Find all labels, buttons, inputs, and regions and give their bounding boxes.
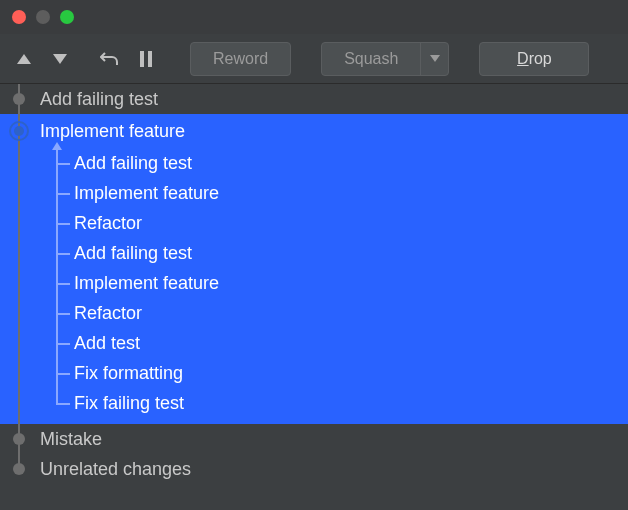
squashed-commit-row[interactable]: Refactor: [74, 298, 628, 328]
window-titlebar: [0, 0, 628, 34]
selected-commit-group[interactable]: Implement feature Add failing test Imple…: [0, 114, 628, 424]
graph-gutter: [0, 424, 40, 454]
squashed-children: Add failing test Implement feature Refac…: [56, 148, 628, 418]
pause-button[interactable]: [132, 45, 160, 73]
branch-line-icon: [56, 146, 58, 404]
window-minimize-button[interactable]: [36, 10, 50, 24]
graph-gutter: [0, 114, 40, 148]
svg-rect-2: [140, 51, 144, 67]
commit-label: Mistake: [40, 429, 102, 450]
commit-row[interactable]: Mistake: [0, 424, 628, 454]
commit-label: Fix formatting: [74, 363, 183, 384]
squashed-commit-row[interactable]: Fix failing test: [74, 388, 628, 418]
reword-button-label: Reword: [213, 50, 268, 68]
squashed-commit-row[interactable]: Add failing test: [74, 148, 628, 178]
undo-button[interactable]: [96, 45, 124, 73]
commit-label: Add failing test: [74, 243, 192, 264]
branch-tick-icon: [56, 373, 70, 375]
window-zoom-button[interactable]: [60, 10, 74, 24]
commit-node-icon: [13, 463, 25, 475]
commit-node-icon: [13, 433, 25, 445]
commit-label: Fix failing test: [74, 393, 184, 414]
commit-label: Refactor: [74, 303, 142, 324]
squashed-commit-row[interactable]: Add failing test: [74, 238, 628, 268]
squashed-commit-row[interactable]: Implement feature: [74, 268, 628, 298]
commit-label: Implement feature: [74, 273, 219, 294]
drop-button[interactable]: Drop: [479, 42, 589, 76]
svg-rect-3: [148, 51, 152, 67]
svg-marker-1: [53, 54, 67, 64]
svg-marker-4: [430, 55, 440, 62]
branch-tick-icon: [56, 223, 70, 225]
move-down-button[interactable]: [46, 45, 74, 73]
branch-tick-icon: [56, 193, 70, 195]
window-close-button[interactable]: [12, 10, 26, 24]
rebase-toolbar: Reword Squash Drop: [0, 34, 628, 84]
branch-tick-icon: [56, 313, 70, 315]
graph-gutter: [0, 84, 40, 114]
commit-row[interactable]: Implement feature: [0, 114, 628, 148]
drop-button-label: Drop: [517, 50, 552, 68]
squash-dropdown-arrow[interactable]: [420, 43, 448, 75]
commit-row[interactable]: Unrelated changes: [0, 454, 628, 484]
commit-label: Add failing test: [74, 153, 192, 174]
reword-button[interactable]: Reword: [190, 42, 291, 76]
commit-label: Refactor: [74, 213, 142, 234]
branch-tick-icon: [56, 343, 70, 345]
commit-label: Implement feature: [40, 121, 185, 142]
branch-tick-icon: [56, 163, 70, 165]
squashed-commit-row[interactable]: Implement feature: [74, 178, 628, 208]
squash-button[interactable]: Squash: [321, 42, 449, 76]
squashed-commit-row[interactable]: Add test: [74, 328, 628, 358]
commit-label: Add test: [74, 333, 140, 354]
branch-tick-icon: [56, 403, 70, 405]
squash-target-dot-icon: [14, 126, 24, 136]
commit-node-icon: [13, 93, 25, 105]
move-up-button[interactable]: [10, 45, 38, 73]
squashed-commit-row[interactable]: Refactor: [74, 208, 628, 238]
branch-tick-icon: [56, 283, 70, 285]
branch-tick-icon: [56, 253, 70, 255]
commit-label: Unrelated changes: [40, 459, 191, 480]
commit-label: Implement feature: [74, 183, 219, 204]
commit-label: Add failing test: [40, 89, 158, 110]
svg-marker-0: [17, 54, 31, 64]
commit-row[interactable]: Add failing test: [0, 84, 628, 114]
squashed-commit-row[interactable]: Fix formatting: [74, 358, 628, 388]
graph-gutter: [0, 454, 40, 484]
commit-list: Add failing test Implement feature Add f…: [0, 84, 628, 484]
squash-button-label: Squash: [344, 50, 398, 68]
